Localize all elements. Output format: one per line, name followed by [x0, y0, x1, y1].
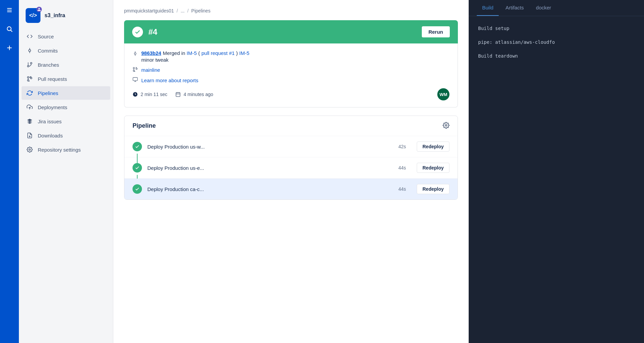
redeploy-button-1[interactable]: Redeploy — [417, 163, 449, 173]
logo-icon[interactable] — [3, 4, 16, 16]
log-line-2: pipe: atlassian/aws-cloudfo — [478, 38, 635, 46]
svg-point-13 — [30, 77, 32, 79]
sidebar-repository-settings-label: Repository settings — [38, 147, 81, 153]
table-row: Deploy Production us-w... 42s Redeploy — [124, 136, 458, 157]
sidebar-item-jira-issues[interactable]: Jira issues — [22, 115, 110, 128]
commit-merged-text: Merged in — [163, 50, 187, 56]
breadcrumb-item-1[interactable]: ... — [181, 8, 185, 13]
log-line-4: Build teardown — [478, 52, 635, 60]
commit-pr-link[interactable]: pull request #1 — [201, 50, 234, 56]
redeploy-button-0[interactable]: Redeploy — [417, 142, 449, 152]
svg-point-4 — [29, 50, 31, 52]
sidebar-item-repository-settings[interactable]: Repository settings — [22, 143, 110, 156]
breadcrumb: pmmquickstartguides01 / ... / Pipelines — [124, 8, 458, 13]
pipeline-steps-title: Pipeline — [133, 122, 156, 129]
sidebar-item-deployments[interactable]: Deployments — [22, 100, 110, 114]
log-section-pipe: pipe: atlassian/aws-cloudfo — [478, 38, 635, 46]
breadcrumb-sep-1: / — [187, 8, 188, 13]
repository-settings-icon — [26, 146, 33, 153]
pipeline-settings-button[interactable] — [443, 122, 449, 130]
reports-link[interactable]: Learn more about reports — [141, 77, 198, 83]
commit-branch-link2[interactable]: IM-5 — [239, 50, 249, 56]
jira-issues-icon — [26, 118, 33, 125]
sidebar-branches-label: Branches — [38, 62, 59, 68]
sidebar-item-source[interactable]: Source — [22, 30, 110, 43]
table-row: Deploy Production us-e... 44s Redeploy — [124, 157, 458, 179]
sidebar-commits-label: Commits — [38, 48, 58, 54]
repo-icon-text: </> — [29, 12, 37, 19]
right-panel-log: Build setup pipe: atlassian/aws-cloudfo … — [469, 16, 644, 343]
step-check-icon-1 — [133, 163, 142, 173]
svg-line-1 — [11, 30, 12, 32]
svg-rect-24 — [133, 77, 137, 81]
duration-item: 2 min 11 sec — [133, 92, 167, 97]
commit-description: minor tweak — [141, 57, 249, 63]
pull-requests-icon — [26, 75, 33, 82]
avatar: WM — [437, 88, 449, 100]
sidebar-item-pull-requests[interactable]: Pull requests — [22, 72, 110, 86]
svg-point-0 — [7, 27, 11, 31]
sidebar: </> s3_infra Source — [19, 0, 113, 343]
time-ago-text: 4 minutes ago — [183, 92, 213, 97]
svg-rect-28 — [176, 93, 180, 97]
pipeline-info-card: 9863b24 Merged in IM-5 ( pull request #1… — [124, 43, 458, 107]
tab-artifacts[interactable]: Artifacts — [500, 0, 529, 16]
svg-point-32 — [445, 125, 447, 126]
right-panel-tabs: Build Artifacts docker — [469, 0, 644, 16]
step-name-0: Deploy Production us-w... — [147, 144, 393, 150]
table-row: Deploy Production ca-c... 44s Redeploy — [124, 179, 458, 199]
step-duration-1: 44s — [398, 165, 406, 170]
commit-row: 9863b24 Merged in IM-5 ( pull request #1… — [133, 50, 449, 63]
svg-point-16 — [29, 149, 31, 151]
step-duration-0: 42s — [398, 144, 406, 149]
pipeline-status-left: #4 — [132, 27, 157, 37]
sidebar-item-downloads[interactable]: Downloads — [22, 129, 110, 142]
main-content: pmmquickstartguides01 / ... / Pipelines … — [113, 0, 469, 343]
tab-build[interactable]: Build — [477, 0, 499, 16]
step-check-icon-0 — [133, 142, 142, 151]
sidebar-pull-requests-label: Pull requests — [38, 76, 67, 82]
tab-docker[interactable]: docker — [531, 0, 557, 16]
commit-hash[interactable]: 9863b24 — [141, 50, 161, 56]
source-icon — [26, 33, 33, 40]
svg-point-17 — [134, 53, 136, 54]
svg-point-23 — [136, 68, 137, 69]
svg-point-8 — [30, 62, 32, 64]
pipeline-number: #4 — [148, 27, 157, 37]
commit-dot-icon — [133, 51, 138, 58]
rerun-button[interactable]: Rerun — [422, 26, 450, 37]
sidebar-item-pipelines[interactable]: Pipelines — [22, 86, 110, 100]
log-section-teardown: Build teardown — [478, 52, 635, 60]
commit-branch-link1[interactable]: IM-5 — [187, 50, 197, 56]
redeploy-button-2[interactable]: Redeploy — [417, 184, 449, 194]
sidebar-source-label: Source — [38, 34, 54, 39]
commit-paren-open: ( — [198, 50, 200, 56]
step-name-1: Deploy Production us-e... — [147, 165, 393, 171]
repo-icon: </> — [26, 8, 40, 23]
pipeline-steps-card: Pipeline Deploy Production us-w... 42s R… — [124, 116, 458, 200]
reports-row: Learn more about reports — [133, 77, 449, 84]
pipeline-header: #4 Rerun — [124, 20, 458, 43]
breadcrumb-item-0[interactable]: pmmquickstartguides01 — [124, 8, 174, 13]
sidebar-jira-issues-label: Jira issues — [38, 119, 62, 124]
search-icon[interactable] — [3, 23, 16, 35]
sidebar-deployments-label: Deployments — [38, 104, 67, 110]
sidebar-item-branches[interactable]: Branches — [22, 58, 110, 71]
branch-link[interactable]: mainline — [141, 67, 160, 73]
pipelines-icon — [26, 90, 33, 96]
downloads-icon — [26, 132, 33, 139]
log-line-0: Build setup — [478, 24, 635, 33]
meta-row: 2 min 11 sec 4 minutes ago WM — [133, 88, 449, 100]
breadcrumb-item-2: Pipelines — [191, 8, 210, 13]
right-panel: Build Artifacts docker Build setup pipe:… — [469, 0, 644, 343]
repo-name: s3_infra — [45, 12, 65, 19]
pipeline-steps-header: Pipeline — [124, 116, 458, 136]
step-duration-2: 44s — [398, 186, 406, 192]
step-check-icon-2 — [133, 184, 142, 194]
svg-point-10 — [27, 76, 29, 78]
time-ago-item: 4 minutes ago — [175, 92, 213, 97]
nav-bar — [0, 0, 19, 343]
sidebar-item-commits[interactable]: Commits — [22, 44, 110, 57]
sidebar-nav: Source Commits Branches — [19, 30, 113, 156]
create-icon[interactable] — [3, 42, 16, 54]
